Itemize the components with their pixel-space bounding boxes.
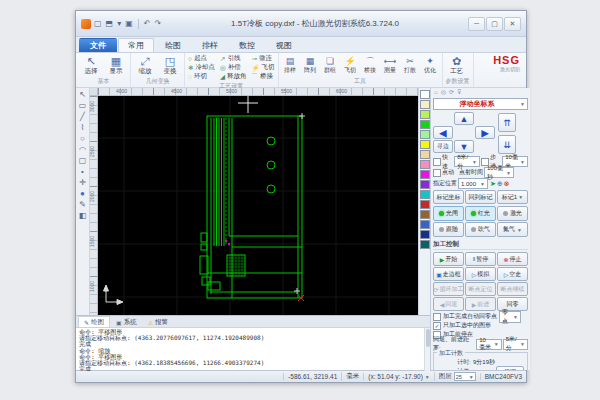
ribbon-item-3-6[interactable]: ✂打散 bbox=[402, 56, 419, 75]
process-button-前进[interactable]: ▶前进 bbox=[465, 297, 496, 311]
ribbon-item-2-4[interactable]: ◎补偿 bbox=[220, 63, 247, 72]
undo-icon[interactable]: ↶ bbox=[143, 19, 152, 29]
save-icon[interactable]: ▣ bbox=[124, 19, 134, 29]
app-icon[interactable] bbox=[81, 19, 91, 29]
redo-icon[interactable]: ↷ bbox=[153, 19, 162, 29]
tab-4[interactable]: 视图 bbox=[266, 38, 302, 52]
open-dropdown-icon[interactable]: ▾ bbox=[116, 19, 122, 29]
process-button-循环加工[interactable]: ⟳循环加工 bbox=[433, 282, 464, 296]
close-button[interactable]: ✕ bbox=[504, 17, 521, 31]
burst-time-select[interactable]: 100毫秒▼ bbox=[484, 167, 514, 178]
position-readout[interactable]: (x: 51.04 y: -17.90) ▼ bbox=[363, 373, 434, 380]
edge-seek-button[interactable]: 寻边 bbox=[433, 140, 453, 153]
process-button-断点继续[interactable]: 断点继续 bbox=[497, 282, 528, 296]
z-down-button[interactable]: ⇊ bbox=[498, 135, 516, 154]
fast-speed-select[interactable]: 8米/分▼ bbox=[454, 156, 480, 167]
drawing-canvas[interactable] bbox=[98, 96, 418, 315]
position-input[interactable]: 1.000▼ bbox=[458, 178, 488, 189]
layer-color-11[interactable] bbox=[420, 200, 430, 209]
arc-tool-icon[interactable]: ◠ bbox=[79, 145, 86, 154]
toggle-氮气[interactable]: 氮气▼ bbox=[497, 222, 528, 237]
layer-color-7[interactable] bbox=[420, 160, 430, 169]
dock-pin-icon[interactable]: ⊽ bbox=[457, 89, 461, 96]
mark-coord-button[interactable]: 标记坐标 bbox=[433, 190, 464, 204]
layer-color-4[interactable] bbox=[420, 130, 430, 139]
manage-button[interactable]: 管理 bbox=[496, 366, 524, 370]
ribbon-item-3-5[interactable]: ⟷测量 bbox=[382, 56, 399, 75]
ribbon-item-2-2[interactable]: ⊸微连 bbox=[251, 54, 274, 63]
add-position-icon[interactable]: ⊕ bbox=[497, 180, 503, 188]
ribbon-item-1-1[interactable]: ◳变换 bbox=[159, 55, 181, 76]
ribbon-item-4-0[interactable]: ✿工艺 bbox=[446, 55, 468, 76]
process-button-停止[interactable]: ⊗停止 bbox=[497, 252, 528, 266]
pen-tool-icon[interactable]: ✎ bbox=[79, 200, 86, 209]
jog-right-button[interactable]: ▶ bbox=[475, 126, 495, 139]
goto-mark-button[interactable]: 回到标记 bbox=[465, 190, 496, 204]
circle-tool-icon[interactable]: ○ bbox=[80, 134, 85, 143]
layer-color-14[interactable] bbox=[420, 230, 430, 239]
jog-down-button[interactable]: ▼ bbox=[454, 140, 474, 153]
dock-refresh-icon[interactable]: ⟳ bbox=[449, 89, 454, 96]
rect-tool-icon[interactable]: ▢ bbox=[79, 156, 87, 165]
ribbon-item-3-0[interactable]: ▤排样 bbox=[282, 56, 299, 75]
layer-select[interactable]: 25 ▼ bbox=[454, 372, 476, 381]
distance-speed-select[interactable]: 5米/分▼ bbox=[503, 339, 528, 350]
layer-color-15[interactable] bbox=[420, 240, 430, 249]
ribbon-item-2-3[interactable]: ❄冷却点 bbox=[188, 63, 215, 72]
ribbon-item-3-2[interactable]: ❏群组 bbox=[322, 56, 339, 75]
process-button-空走[interactable]: ▷空走 bbox=[497, 267, 528, 281]
console-scrollbar-thumb[interactable] bbox=[426, 329, 430, 347]
layer-color-1[interactable] bbox=[420, 100, 430, 109]
toggle-红光[interactable]: 红光 bbox=[465, 206, 496, 221]
ribbon-item-3-1[interactable]: ▦阵列 bbox=[302, 56, 319, 75]
tab-1[interactable]: 绘图 bbox=[155, 38, 191, 52]
tab-2[interactable]: 排样 bbox=[192, 38, 228, 52]
checkbox-1[interactable]: ✓ bbox=[433, 322, 441, 330]
layer-color-5[interactable] bbox=[420, 140, 430, 149]
ribbon-item-2-8[interactable]: ⌒桥接 bbox=[251, 72, 274, 81]
ribbon-item-3-7[interactable]: ✦优化 bbox=[422, 56, 439, 75]
select-cursor-icon[interactable]: ↖ bbox=[79, 90, 86, 99]
frame-select-icon[interactable]: ▭ bbox=[79, 101, 87, 110]
layer-color-10[interactable] bbox=[420, 190, 430, 199]
ribbon-item-3-3[interactable]: ⚡飞切 bbox=[342, 56, 359, 75]
layer-color-13[interactable] bbox=[420, 220, 430, 229]
coord-system-select[interactable]: 浮动坐标系 ▼ bbox=[433, 98, 528, 110]
point-tool-icon[interactable]: • bbox=[81, 167, 84, 176]
ribbon-item-0-1[interactable]: ▦显示 bbox=[105, 55, 127, 76]
toggle-激光[interactable]: 激光 bbox=[497, 206, 528, 221]
layer-color-6[interactable] bbox=[420, 150, 430, 159]
burst-checkbox[interactable] bbox=[433, 169, 441, 177]
console-log[interactable]: 命令: 平移图形请指定移动目标点: (4363.20776097617, 112… bbox=[76, 328, 430, 371]
go-position-icon[interactable]: ➤ bbox=[490, 180, 496, 188]
layer-color-9[interactable] bbox=[420, 180, 430, 189]
polyline-tool-icon[interactable]: ⌇ bbox=[81, 123, 85, 132]
jog-left-button[interactable]: ◀ bbox=[433, 126, 453, 139]
fill-tool-icon[interactable]: ● bbox=[80, 189, 85, 198]
tab-file[interactable]: 文件 bbox=[79, 38, 117, 52]
process-button-回退[interactable]: ◀回退 bbox=[433, 297, 464, 311]
console-tab-2[interactable]: ⚠报警 bbox=[143, 317, 173, 327]
tab-3[interactable]: 数控 bbox=[229, 38, 265, 52]
dock-target-icon[interactable]: ◎ bbox=[441, 89, 446, 96]
step-size-select[interactable]: 10毫米▼ bbox=[502, 156, 528, 167]
ribbon-item-2-7[interactable]: ◢释放角 bbox=[220, 72, 247, 81]
tab-0[interactable]: 常用 bbox=[118, 38, 154, 52]
cross-tool-icon[interactable]: ✛ bbox=[79, 178, 86, 187]
layer-color-8[interactable] bbox=[420, 170, 430, 179]
ribbon-item-3-4[interactable]: ⌒桥接 bbox=[362, 56, 379, 75]
maximize-button[interactable]: ▢ bbox=[486, 17, 503, 31]
line-tool-icon[interactable]: ╱ bbox=[80, 112, 85, 121]
console-tab-0[interactable]: ✎绘图 bbox=[78, 316, 110, 327]
layer-color-3[interactable] bbox=[420, 120, 430, 129]
text-tool-icon[interactable]: ◧ bbox=[79, 211, 87, 220]
distance-select[interactable]: 10毫米▼ bbox=[476, 339, 501, 350]
toggle-吹气[interactable]: 吹气 bbox=[465, 222, 496, 237]
stop-position-icon[interactable]: ⊗ bbox=[504, 180, 510, 188]
process-button-模拟[interactable]: ▷模拟 bbox=[465, 267, 496, 281]
checkbox-0[interactable] bbox=[433, 313, 441, 321]
process-button-断点定位[interactable]: 断点定位 bbox=[465, 282, 496, 296]
jog-up-button[interactable]: ▲ bbox=[454, 112, 474, 125]
dock-home-icon[interactable]: ⌂ bbox=[434, 89, 438, 96]
process-button-走边框[interactable]: ▣走边框 bbox=[433, 267, 464, 281]
